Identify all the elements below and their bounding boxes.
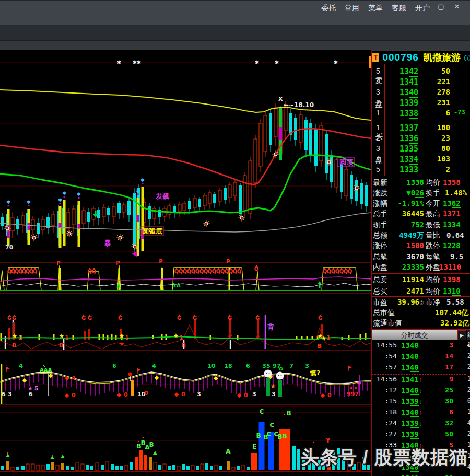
buy-label: 买 <box>375 132 383 142</box>
svg-text:Q: Q <box>254 266 259 272</box>
sell-pan-label: 盘 <box>375 99 383 109</box>
svg-text:★: ★ <box>119 341 124 347</box>
buy-price[interactable]: 1335 <box>387 144 418 154</box>
stock-name[interactable]: 凯撒旅游 <box>423 52 461 63</box>
stat-label: 每笔 <box>426 252 440 262</box>
tick-more-button[interactable]: ▶ <box>457 330 466 340</box>
svg-text:35: 35 <box>262 363 270 369</box>
svg-text:◆: ◆ <box>214 375 218 381</box>
order-level: 1 <box>376 123 380 132</box>
stat-value: 1371 <box>443 210 461 218</box>
order-level: 3 <box>376 88 380 96</box>
tick-time: :54 <box>372 352 397 360</box>
tick-time: :57 <box>372 363 397 371</box>
buy-price[interactable]: 1334 <box>387 155 418 164</box>
svg-text:0: 0 <box>144 390 148 397</box>
divider <box>372 296 470 297</box>
svg-text:0: 0 <box>181 391 185 398</box>
tick-volume: 30 <box>428 397 453 405</box>
svg-text:7: 7 <box>289 363 293 369</box>
divider <box>372 285 470 285</box>
svg-text:✱: ✱ <box>77 192 81 197</box>
divider <box>372 329 470 330</box>
tick-price: 1340 <box>401 341 419 350</box>
svg-text:G: G <box>81 315 86 321</box>
svg-text:1: 1 <box>327 335 331 341</box>
svg-text:◆: ◆ <box>22 377 27 384</box>
svg-text:✱: ✱ <box>255 60 259 65</box>
order-level: 5 <box>376 165 380 173</box>
tick-row[interactable]: :121340↓252 <box>372 386 470 396</box>
tick-row[interactable]: 14:561341↑91 <box>372 375 470 385</box>
svg-text:圆顶: 圆顶 <box>339 158 354 166</box>
sell-price[interactable]: 1338 <box>387 109 418 118</box>
svg-text:G: G <box>193 315 197 321</box>
tick-detail-tab[interactable]: 细 <box>467 330 470 340</box>
svg-text:◆: ◆ <box>321 392 325 399</box>
sell-volume: 50 <box>421 67 450 75</box>
tick-count: 2 <box>460 386 470 393</box>
tick-time: :24 <box>372 419 397 427</box>
svg-text:✱: ✱ <box>62 191 66 196</box>
sell-price[interactable]: 1340 <box>387 88 418 97</box>
svg-text:✱: ✱ <box>140 178 145 183</box>
tick-count: 1 <box>460 408 470 415</box>
svg-text:P: P <box>159 259 162 264</box>
buy-price[interactable]: 1336 <box>387 134 418 143</box>
tick-volume: 9 <box>428 375 453 383</box>
divider <box>372 273 470 274</box>
stat-label: 今开 <box>426 199 440 208</box>
buy-volume: 23 <box>421 134 450 142</box>
stat-value: 1.48% <box>445 189 467 197</box>
svg-text:★: ★ <box>119 332 125 340</box>
tick-price: 1341↑ <box>401 375 422 384</box>
sell-price[interactable]: 1341 <box>387 77 418 87</box>
buy-price[interactable]: 1333 <box>387 165 418 175</box>
svg-text:10: 10 <box>207 363 216 369</box>
tick-volume: 6 <box>428 408 453 416</box>
menu-changyong[interactable]: 常用 <box>345 4 359 13</box>
svg-text:B: B <box>182 342 186 349</box>
buy-price[interactable]: 1337 <box>387 123 418 133</box>
tick-row[interactable]: :241339↓324 <box>372 419 470 428</box>
sell-price[interactable]: 1339 <box>387 98 418 108</box>
tick-row[interactable]: :181340↑61 <box>372 408 470 417</box>
tick-row[interactable]: 14:55134031 <box>372 341 470 351</box>
svg-text:G: G <box>88 315 92 321</box>
svg-text:G: G <box>118 315 122 321</box>
svg-text:G: G <box>318 315 322 321</box>
svg-text:G: G <box>12 315 16 321</box>
stat-value: 2471 <box>390 287 424 295</box>
stat-label: 现手 <box>373 220 387 230</box>
tick-row[interactable]: :151339↓306 <box>372 397 470 407</box>
svg-text:B: B <box>59 342 63 349</box>
svg-text:★: ★ <box>173 332 179 340</box>
sell-volume: 231 <box>421 98 450 107</box>
sell-price[interactable]: 1342 <box>387 67 418 76</box>
stat-label: 流通市值 <box>373 319 402 328</box>
svg-text:◆: ◆ <box>237 392 242 399</box>
stat-label: 外盘 <box>426 263 440 272</box>
stat-label: 总市值 <box>373 308 395 318</box>
kline-chart[interactable]: ✱✱✱✱✱✱✱✱✱✱✱✱✱发飙暴圆弧底圆顶X←~18.1070PPPPQQQQQ… <box>0 50 371 476</box>
order-level: 1 <box>376 109 380 117</box>
tick-row[interactable]: :271339502 <box>372 430 470 439</box>
svg-text:A: A <box>172 283 176 288</box>
svg-text:3: 3 <box>252 391 256 398</box>
svg-text:B: B <box>149 441 154 448</box>
info-icon[interactable]: ⓘ <box>464 54 470 62</box>
tick-row[interactable]: 134021 <box>372 474 470 476</box>
menu-weituo[interactable]: 委托 <box>321 4 336 13</box>
stock-code[interactable]: 000796 <box>382 52 418 63</box>
svg-text:5: 5 <box>34 385 39 392</box>
tick-price: 1340 <box>401 474 419 476</box>
tick-panel-title[interactable]: 分时成交 <box>372 330 457 340</box>
tick-count: 4 <box>460 419 470 426</box>
svg-text:★: ★ <box>321 334 327 342</box>
svg-text:✱: ✱ <box>6 200 10 205</box>
stat-value: 1398 <box>443 275 461 284</box>
svg-text:发飙: 发飙 <box>155 192 169 200</box>
tick-row[interactable]: :571340172 <box>372 363 470 373</box>
tick-row[interactable]: :541340142 <box>372 352 470 362</box>
stat-label: 总卖 <box>373 275 387 285</box>
